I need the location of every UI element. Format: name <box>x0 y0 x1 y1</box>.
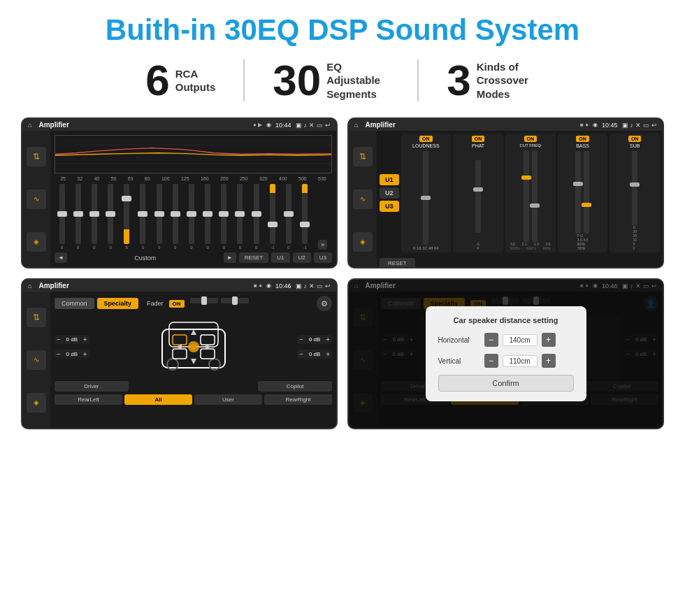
tab-specialty[interactable]: Specialty <box>97 298 139 309</box>
screen1-time: 10:44 <box>275 122 291 129</box>
cross-speaker-btn[interactable]: ◈ <box>353 232 373 252</box>
user-btn[interactable]: User <box>194 394 262 405</box>
loudness-slider-1[interactable] <box>423 151 428 245</box>
eq-slider-11[interactable]: 0 <box>237 184 243 250</box>
rr-plus[interactable]: + <box>326 350 330 358</box>
spec-wave-btn[interactable]: ∿ <box>27 350 46 370</box>
horizontal-minus-btn[interactable]: − <box>484 333 498 347</box>
volume-icon-3: ♪ <box>304 282 308 289</box>
eq-slider-8[interactable]: 0 <box>189 184 194 250</box>
eq-wave-btn[interactable]: ∿ <box>27 189 46 209</box>
cross-u2-btn[interactable]: U2 <box>380 187 399 199</box>
phat-slider[interactable] <box>475 160 481 233</box>
rr-minus[interactable]: − <box>299 350 303 358</box>
eq-bottom-bar: ◄ Custom ► RESET U1 U2 U3 <box>55 252 332 263</box>
status-icons-3: ▣ ♪ ✕ ▭ ↩ <box>296 282 331 289</box>
bass-slider-1[interactable] <box>575 151 581 234</box>
driver-btn[interactable]: Driver <box>55 381 129 392</box>
dialog-overlay: Car speaker distance setting Horizontal … <box>349 280 663 428</box>
eq-sliders: 0 0 0 0 5 0 0 0 0 0 0 0 0 -1 0 <box>55 184 332 250</box>
tab-common[interactable]: Common <box>55 298 94 309</box>
eq-slider-0[interactable]: 0 <box>59 184 65 250</box>
home-icon-1[interactable]: ⌂ <box>28 122 31 129</box>
camera-icon-3: ▣ <box>296 282 302 289</box>
rear-left-db: − 0 dB + <box>55 350 89 359</box>
loudness-on: ON <box>419 136 433 142</box>
horizontal-row: Horizontal − 140cm + <box>438 333 574 347</box>
bass-slider-2[interactable] <box>584 151 589 234</box>
sub-slider[interactable] <box>632 151 637 225</box>
eq-speaker-btn[interactable]: ◈ <box>27 232 46 252</box>
eq-slider-1[interactable]: 0 <box>75 184 81 250</box>
cross-bass: ON BASS F G3.0 3.090Hz70Hz <box>558 134 608 252</box>
fl-minus[interactable]: − <box>57 336 61 343</box>
cross-filter-btn[interactable]: ⇅ <box>353 147 373 166</box>
eq-u3-btn[interactable]: U3 <box>314 252 332 263</box>
eq-main: 25 32 40 50 63 80 100 125 160 200 250 32… <box>50 131 336 267</box>
eq-slider-7[interactable]: 0 <box>173 184 178 250</box>
eq-slider-6[interactable]: 0 <box>157 184 162 250</box>
screen3-time: 10:46 <box>275 282 291 289</box>
copilot-btn[interactable]: Copilot <box>258 381 332 392</box>
cross-u3-btn[interactable]: U3 <box>380 201 399 212</box>
eq-slider-5[interactable]: 0 <box>140 184 145 250</box>
cross-cutfreq: ON CUT FREQ 3.02.11.30.5 <box>505 134 556 252</box>
eq-slider-12[interactable]: 0 <box>254 184 259 250</box>
eq-reset-btn[interactable]: RESET <box>239 252 269 263</box>
eq-slider-13[interactable]: -1 <box>270 184 275 250</box>
stat-rca-label: RCAOutputs <box>175 67 216 94</box>
settings-icon[interactable]: ⚙ <box>317 296 332 311</box>
svg-rect-7 <box>173 335 187 345</box>
x-icon-3: ✕ <box>309 282 315 289</box>
cutfreq-slider-1[interactable] <box>524 150 529 242</box>
screen3-title: Amplifier <box>38 282 250 289</box>
fr-minus[interactable]: − <box>299 336 303 343</box>
eq-slider-10[interactable]: 0 <box>221 184 226 250</box>
cross-u1-btn[interactable]: U1 <box>380 174 399 185</box>
eq-slider-15[interactable]: -1 <box>302 184 308 250</box>
rl-plus[interactable]: + <box>83 350 87 358</box>
spec-speaker-btn[interactable]: ◈ <box>27 393 46 413</box>
fader-slider-1[interactable] <box>190 298 218 303</box>
spec-filter-btn[interactable]: ⇅ <box>27 308 46 327</box>
fr-plus[interactable]: + <box>326 336 330 343</box>
confirm-button[interactable]: Confirm <box>438 375 574 392</box>
back-icon-2[interactable]: ↩ <box>651 122 657 129</box>
vertical-plus-btn[interactable]: + <box>542 354 556 368</box>
cross-reset-btn[interactable]: RESET <box>380 258 415 268</box>
all-btn[interactable]: All <box>124 394 192 405</box>
cutfreq-slider-2[interactable] <box>532 150 538 242</box>
eq-slider-4[interactable]: 5 <box>124 184 129 250</box>
fader-slider-2[interactable] <box>221 298 249 303</box>
cross-side-controls: ⇅ ∿ ◈ <box>349 131 377 267</box>
cross-wave-btn[interactable]: ∿ <box>353 189 373 209</box>
rearright-btn[interactable]: RearRight <box>264 394 332 405</box>
eq-more-btn[interactable]: » <box>318 240 327 250</box>
eq-slider-14[interactable]: 0 <box>286 184 291 250</box>
rect-icon-1: ▭ <box>317 122 323 129</box>
vertical-minus-btn[interactable]: − <box>484 354 498 368</box>
rl-minus[interactable]: − <box>57 350 61 358</box>
eq-slider-2[interactable]: 0 <box>92 184 97 250</box>
freq-250: 250 <box>240 176 248 181</box>
spec-main: Common Specialty Fader ON ⚙ <box>50 292 336 428</box>
eq-filter-btn[interactable]: ⇅ <box>27 147 46 166</box>
bass-sliders <box>559 151 607 234</box>
svg-marker-13 <box>191 329 196 335</box>
eq-slider-3[interactable]: 0 <box>108 184 113 250</box>
back-icon-1[interactable]: ↩ <box>325 122 331 129</box>
home-icon-2[interactable]: ⌂ <box>354 122 358 129</box>
back-icon-3[interactable]: ↩ <box>325 282 331 289</box>
eq-next-btn[interactable]: ► <box>224 252 236 263</box>
eq-slider-9[interactable]: 0 <box>205 184 210 250</box>
rearleft-btn[interactable]: RearLeft <box>55 394 122 405</box>
fl-plus[interactable]: + <box>83 336 87 343</box>
eq-graph <box>55 135 332 173</box>
eq-side-controls: ⇅ ∿ ◈ <box>22 131 50 267</box>
eq-u1-btn[interactable]: U1 <box>271 252 289 263</box>
page-title: Buith-in 30EQ DSP Sound System <box>21 14 664 46</box>
eq-u2-btn[interactable]: U2 <box>293 252 311 263</box>
home-icon-3[interactable]: ⌂ <box>28 282 31 289</box>
eq-prev-btn[interactable]: ◄ <box>55 252 67 263</box>
horizontal-plus-btn[interactable]: + <box>542 333 556 347</box>
